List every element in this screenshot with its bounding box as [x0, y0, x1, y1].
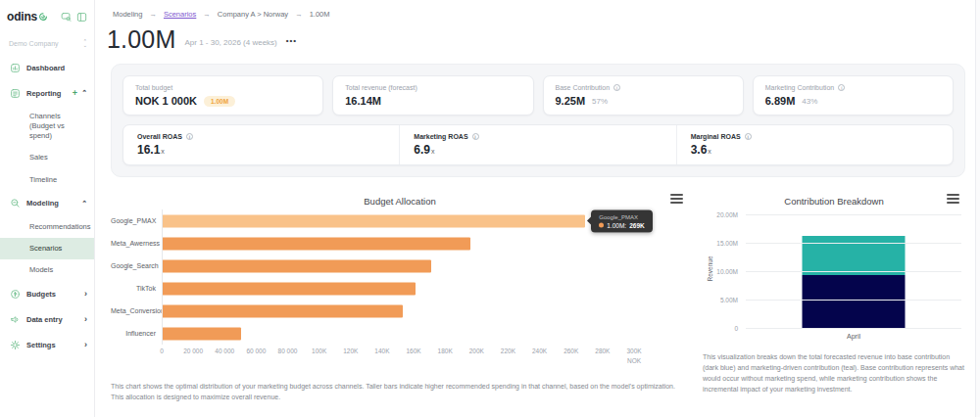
brand-name: odins [7, 10, 37, 23]
kpi-value-row: 9.25M57% [556, 95, 731, 107]
budget-bar-google_pmax[interactable] [163, 214, 585, 227]
bar-track [162, 255, 634, 277]
info-icon[interactable]: i [472, 133, 479, 140]
breadcrumb-modeling[interactable]: Modeling [113, 10, 142, 19]
chart-title: Contribution Breakdown [784, 196, 883, 207]
data-entry-icon [9, 313, 21, 325]
bar-category-label: Meta_Awerness [111, 240, 162, 247]
sidebar-item-sales[interactable]: Sales [0, 147, 94, 168]
bar-row: Google_Search [111, 255, 689, 277]
sidebar-item-label: Data entry [26, 315, 63, 324]
breadcrumb-arrow-icon: → [295, 10, 303, 19]
y-tick-label: 10.00M [716, 268, 738, 275]
x-tick-label: 160K [406, 348, 420, 354]
chevron-right-icon[interactable]: › [84, 291, 87, 297]
bar-category-label: Influencer [111, 330, 162, 337]
breadcrumb-company[interactable]: Company A > Norway [218, 10, 288, 19]
roas-section-1: Marketing ROASi6.9x [399, 125, 675, 164]
chevron-right-icon[interactable]: › [84, 316, 87, 322]
budget-bar-meta_awerness[interactable] [163, 237, 470, 250]
roas-value: 3.6x [691, 143, 939, 157]
budget-bar-meta_conversion[interactable] [163, 304, 403, 317]
breadcrumb-current: 1.00M [310, 10, 330, 19]
bar-track [162, 300, 634, 322]
y-axis-label: Revenue [707, 255, 713, 281]
sidebar-item-settings[interactable]: Settings › [0, 332, 94, 357]
breadcrumb-arrow-icon: → [149, 10, 157, 19]
reporting-icon [9, 87, 21, 99]
sidebar-nav: Dashboard Reporting + ⌃ Channels (Budget… [0, 55, 94, 357]
kpi-value-row: 16.14M [345, 95, 520, 107]
sidebar-item-label: Settings [26, 341, 56, 349]
sort-chevrons-icon: ⌃⌄ [83, 40, 87, 47]
sidebar-item-recommendations[interactable]: Recommendations [0, 216, 94, 238]
company-selector[interactable]: Demo Company ⌃⌄ [9, 40, 87, 47]
sidebar: odins Demo Company ⌃⌄ [0, 0, 95, 417]
roas-section-0: Overall ROASi16.1x [123, 125, 399, 164]
bar-category-label: Google_Search [111, 262, 162, 269]
kpi-value-row: 6.89M43% [765, 95, 941, 107]
date-range: Apr 1 - 30, 2026 (4 weeks) [184, 38, 276, 47]
sidebar-item-data-entry[interactable]: Data entry › [0, 306, 94, 332]
chart-menu-icon[interactable] [670, 192, 683, 206]
bar-track [162, 232, 634, 255]
roas-label: Marketing ROASi [414, 133, 662, 140]
scrollbar[interactable] [975, 0, 980, 417]
x-tick-label: 240K [532, 348, 547, 354]
bar-track: Google_PMAX1.00M: 269K [162, 209, 634, 232]
sidebar-item-scenarios[interactable]: Scenarios [0, 238, 94, 259]
roas-suffix: x [161, 148, 165, 155]
x-tick-label: 60 000 [246, 348, 266, 354]
info-icon[interactable]: i [745, 133, 752, 140]
page-title: 1.00M [107, 25, 175, 54]
kpi-panel: Total budgetNOK 1 000K1.00MTotal revenue… [111, 64, 965, 177]
brand-logo[interactable]: odins [7, 10, 48, 23]
y-tick-label: 5.00M [720, 297, 738, 303]
gridline [746, 300, 961, 301]
title-row: 1.00M Apr 1 - 30, 2026 (4 weeks) ••• [107, 25, 965, 54]
sidebar-item-dashboard[interactable]: Dashboard [0, 55, 94, 80]
budget-bar-influencer[interactable] [163, 327, 241, 340]
roas-value: 16.1x [137, 143, 385, 157]
x-tick-label: 200K [469, 348, 484, 354]
budget-bar-tiktok[interactable] [163, 282, 416, 295]
company-selector-value: Demo Company [9, 40, 59, 47]
app-root: odins Demo Company ⌃⌄ [0, 0, 980, 417]
chart-menu-icon[interactable] [947, 192, 959, 206]
sidebar-item-models[interactable]: Models [0, 259, 94, 281]
kpi-card-0: Total budgetNOK 1 000K1.00M [122, 75, 323, 116]
sidebar-item-timeline[interactable]: Timeline [0, 169, 94, 191]
more-menu-icon[interactable]: ••• [286, 36, 297, 45]
roas-suffix: x [431, 148, 435, 155]
kpi-value: 6.89M [765, 95, 796, 107]
chevron-right-icon[interactable]: › [84, 342, 87, 348]
budgets-icon [9, 288, 21, 300]
dashboard-icon [9, 62, 21, 73]
charts-row: Budget Allocation Google_PMAXGoogle_PMAX… [111, 191, 965, 403]
bar-track [162, 277, 634, 300]
contribution-description: This visualization breaks down the total… [703, 352, 965, 394]
settings-gear-icon [9, 339, 21, 350]
budget-description: This chart shows the optimal distributio… [111, 382, 689, 403]
sidebar-item-reporting[interactable]: Reporting + ⌃ [0, 80, 94, 106]
panel-toggle-icon[interactable] [76, 12, 87, 23]
info-icon[interactable]: i [838, 84, 845, 91]
sidebar-item-label: Budgets [26, 290, 56, 299]
sidebar-item-channels[interactable]: Channels (Budget vs spend) [0, 106, 94, 147]
bar-row: Google_PMAXGoogle_PMAX1.00M: 269K [111, 209, 689, 232]
chevron-up-icon[interactable]: ⌃ [81, 200, 87, 208]
add-report-icon[interactable]: + [73, 88, 77, 98]
sidebar-item-budgets[interactable]: Budgets › [0, 281, 94, 306]
x-tick-label: 120K [343, 348, 358, 354]
roas-suffix: x [708, 148, 711, 155]
budget-bar-google_search[interactable] [163, 259, 431, 272]
x-tick-label: 100K [312, 348, 326, 354]
breadcrumb-scenarios[interactable]: Scenarios [164, 10, 196, 19]
budget-allocation-chart: Budget Allocation Google_PMAXGoogle_PMAX… [111, 191, 689, 403]
info-icon[interactable]: i [186, 133, 193, 140]
bar-category-label: Meta_Conversion [111, 307, 162, 314]
chevron-up-icon[interactable]: ⌃ [81, 89, 87, 97]
sidebar-item-modeling[interactable]: Modeling ⌃ [0, 191, 94, 216]
chat-search-icon[interactable] [61, 12, 72, 23]
info-icon[interactable]: i [613, 84, 620, 91]
